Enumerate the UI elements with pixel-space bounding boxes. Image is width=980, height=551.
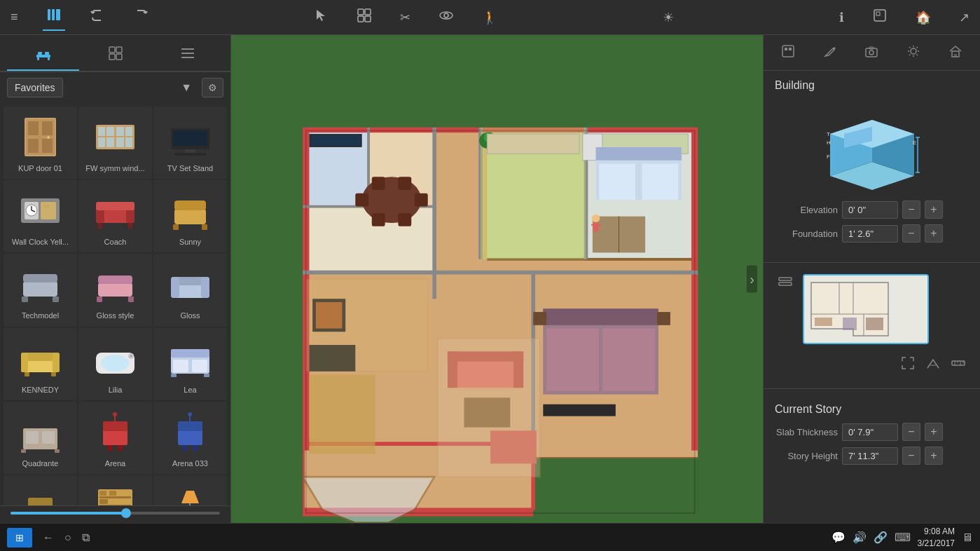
item-label-wall-clock: Wall Clock Yell... (12, 238, 69, 247)
svg-rect-143 (398, 177, 411, 190)
floor-plan-thumbnail (803, 274, 929, 344)
rp-sun-tool[interactable] (895, 41, 932, 64)
svg-rect-105 (28, 498, 53, 505)
tab-materials[interactable] (79, 41, 151, 71)
svg-rect-158 (642, 163, 678, 200)
svg-rect-27 (28, 139, 39, 153)
volume-icon[interactable]: 🔊 (853, 531, 867, 544)
elevation-increase[interactable]: + (925, 200, 943, 219)
item-shelf[interactable] (78, 475, 152, 505)
item-kennedy[interactable]: KENNEDY (4, 328, 77, 400)
item-techmodel[interactable]: Techmodel (4, 254, 77, 326)
library-icon[interactable] (43, 4, 65, 31)
back-button[interactable]: ← (43, 531, 54, 544)
item-gloss-style[interactable]: Gloss style (78, 254, 152, 326)
search-button[interactable]: ○ (64, 531, 71, 544)
rp-camera-tool[interactable] (853, 41, 891, 64)
right-panel-toolbar (764, 35, 980, 71)
item-gloss[interactable]: Gloss (153, 254, 227, 326)
slab-decrease[interactable]: − (902, 423, 920, 441)
svg-rect-114 (99, 499, 108, 504)
svg-point-29 (47, 136, 50, 139)
view-icon[interactable] (435, 4, 457, 30)
export-icon[interactable] (869, 4, 891, 30)
slab-input[interactable] (842, 423, 898, 441)
story-height-increase[interactable]: + (925, 447, 943, 465)
rp-select-tool[interactable] (769, 41, 807, 64)
slab-increase[interactable]: + (925, 423, 943, 441)
svg-rect-19 (116, 54, 122, 60)
settings-button[interactable]: ⚙ (202, 78, 223, 97)
svg-rect-76 (51, 372, 56, 376)
undo-icon[interactable] (86, 4, 109, 30)
floors-icon[interactable] (775, 271, 796, 347)
svg-rect-186 (270, 48, 763, 128)
svg-point-103 (188, 412, 192, 416)
item-thumb-fw-window (91, 112, 140, 161)
item-quadrante[interactable]: Quadrante (4, 402, 77, 474)
tab-furniture[interactable] (7, 41, 79, 71)
svg-rect-181 (593, 222, 599, 231)
home-icon[interactable]: 🏠 (912, 6, 934, 29)
category-select[interactable]: Favorites All Items Recent (7, 78, 63, 97)
slider-thumb[interactable] (121, 508, 131, 518)
item-thumb-quadrante (16, 407, 65, 456)
walk-icon[interactable]: 🚶 (478, 6, 501, 29)
share-icon[interactable]: ↗ (955, 6, 973, 29)
tab-list[interactable] (151, 41, 223, 71)
item-kup-door[interactable]: KUP door 01 (4, 107, 77, 179)
group-icon[interactable] (353, 4, 375, 30)
svg-rect-101 (193, 445, 198, 451)
svg-rect-0 (48, 9, 50, 20)
network-icon[interactable]: 🔗 (874, 531, 888, 544)
item-arena033[interactable]: Arena 033 (153, 402, 227, 474)
notifications-icon[interactable]: 🖥 (962, 531, 973, 544)
expand-view-icon[interactable] (897, 353, 918, 377)
rp-home-tool[interactable] (937, 41, 974, 64)
task-view-button[interactable]: ⧉ (82, 531, 90, 544)
info-icon[interactable]: ℹ (836, 6, 848, 29)
item-arena[interactable]: Arena (78, 402, 152, 474)
elevation-input[interactable] (842, 201, 898, 219)
item-label-sunny: Sunny (179, 238, 201, 247)
item-thumb-gloss-style (91, 259, 140, 308)
scissors-icon[interactable]: ✂ (396, 6, 414, 29)
item-label-fw-window: FW symm wind... (85, 164, 144, 173)
svg-rect-113 (109, 491, 116, 496)
chat-icon[interactable]: 💬 (831, 531, 846, 544)
item-chair2[interactable] (4, 475, 77, 505)
elevation-decrease[interactable]: − (902, 200, 920, 219)
keyboard-icon[interactable]: ⌨ (895, 531, 911, 544)
menu-icon[interactable]: ≡ (7, 6, 22, 28)
svg-rect-54 (128, 223, 132, 229)
rp-edit-tool[interactable] (811, 41, 849, 64)
item-lilia[interactable]: Lilia (78, 328, 152, 400)
sun-icon[interactable]: ☀ (659, 6, 677, 29)
slab-label: Slab Thickness (775, 427, 838, 437)
ruler-view-icon[interactable] (948, 353, 969, 377)
redo-icon[interactable] (130, 4, 152, 30)
svg-rect-206 (954, 54, 957, 57)
angle-view-icon[interactable] (923, 353, 944, 377)
item-fw-window[interactable]: FW symm wind... (78, 107, 152, 179)
foundation-decrease[interactable]: − (902, 224, 920, 243)
item-lea[interactable]: Lea (153, 328, 227, 400)
floor-plan-thumb-icon[interactable] (800, 271, 932, 347)
item-wall-clock[interactable]: YEL Wall Clock Yell... (4, 180, 77, 252)
item-lamp[interactable] (153, 475, 227, 505)
story-height-input[interactable] (842, 447, 898, 465)
foundation-input[interactable] (842, 225, 898, 243)
item-sunny[interactable]: Sunny (153, 180, 227, 252)
svg-rect-41 (174, 153, 206, 156)
svg-rect-6 (365, 16, 371, 22)
story-height-decrease[interactable]: − (902, 447, 920, 465)
foundation-increase[interactable]: + (925, 224, 943, 243)
floor-plan-canvas[interactable]: › (231, 35, 763, 523)
start-button[interactable]: ⊞ (7, 528, 32, 547)
item-tv-stand[interactable]: TV Set Stand (153, 107, 227, 179)
svg-line-202 (917, 55, 918, 56)
item-coach[interactable]: Coach (78, 180, 152, 252)
canvas-expand-arrow[interactable]: › (747, 266, 757, 293)
select-tool-icon[interactable] (310, 4, 332, 30)
item-thumb-sunny (166, 186, 215, 235)
